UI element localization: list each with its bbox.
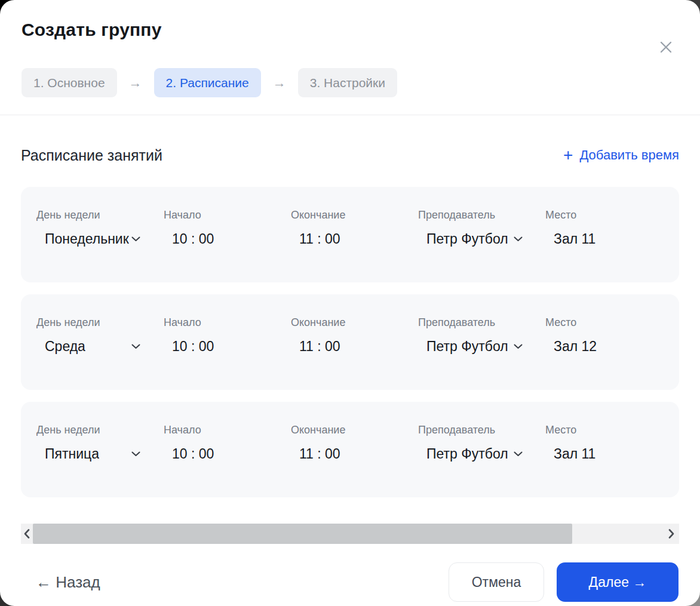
modal-header: Создать группу 1. Основное → 2. Расписан… xyxy=(0,0,700,115)
end-time-input[interactable]: 11 : 00 xyxy=(291,230,418,247)
place-input[interactable]: Зал 11 xyxy=(545,230,664,247)
column-label-start: Начало xyxy=(164,423,291,436)
column-label-day: День недели xyxy=(36,208,164,222)
day-value: Среда xyxy=(45,338,85,355)
column-label-place: Место xyxy=(545,208,664,222)
end-time-input[interactable]: 11 : 00 xyxy=(291,445,418,462)
column-label-teacher: Преподаватель xyxy=(418,208,545,222)
next-button[interactable]: Далее → xyxy=(557,562,678,602)
chevron-down-icon xyxy=(131,451,140,457)
day-select[interactable]: Понедельник xyxy=(36,230,140,247)
start-time-input[interactable]: 10 : 00 xyxy=(164,230,291,247)
modal-body: Расписание занятий + Добавить время День… xyxy=(0,115,700,544)
start-time-input[interactable]: 10 : 00 xyxy=(164,445,291,462)
start-time-input[interactable]: 10 : 00 xyxy=(164,338,291,355)
column-label-place: Место xyxy=(545,316,664,329)
schedule-list: День недели Понедельник Начало 10 : 00 О… xyxy=(21,187,679,497)
place-input[interactable]: Зал 11 xyxy=(545,445,664,462)
teacher-select[interactable]: Петр Футбол xyxy=(418,230,545,247)
teacher-value: Петр Футбол xyxy=(426,230,508,247)
chevron-down-icon xyxy=(131,344,140,349)
column-label-day: День недели xyxy=(36,316,164,329)
close-button[interactable] xyxy=(658,39,674,55)
chevron-down-icon xyxy=(514,344,523,349)
chevron-down-icon xyxy=(131,236,140,242)
teacher-select[interactable]: Петр Футбол xyxy=(418,445,545,462)
column-label-day: День недели xyxy=(36,423,164,436)
place-input[interactable]: Зал 12 xyxy=(545,338,664,355)
column-label-end: Окончание xyxy=(291,423,418,436)
column-label-teacher: Преподаватель xyxy=(418,423,545,436)
scroll-left-button[interactable] xyxy=(21,524,33,544)
step-settings[interactable]: 3. Настройки xyxy=(298,68,397,97)
day-select[interactable]: Пятница xyxy=(36,445,140,462)
section-title: Расписание занятий xyxy=(21,145,162,165)
chevron-down-icon xyxy=(514,236,523,242)
day-value: Пятница xyxy=(45,445,99,462)
scroll-right-button[interactable] xyxy=(664,524,679,544)
modal-footer: ← Назад Отмена Далее → xyxy=(0,544,700,606)
day-value: Понедельник xyxy=(45,230,129,247)
teacher-select[interactable]: Петр Футбол xyxy=(418,338,545,355)
horizontal-scrollbar xyxy=(21,524,679,544)
schedule-row: День недели Среда Начало 10 : 00 Окончан… xyxy=(21,294,679,390)
column-label-start: Начало xyxy=(164,208,291,222)
column-label-place: Место xyxy=(545,423,664,436)
column-label-end: Окончание xyxy=(291,208,418,222)
step-arrow-icon: → xyxy=(129,75,142,91)
back-button[interactable]: ← Назад xyxy=(36,573,100,592)
plus-icon: + xyxy=(563,147,573,164)
column-label-teacher: Преподаватель xyxy=(418,316,545,329)
chevron-down-icon xyxy=(514,451,523,457)
scrollbar-thumb[interactable] xyxy=(33,524,572,544)
day-select[interactable]: Среда xyxy=(36,338,140,355)
close-icon xyxy=(658,39,674,55)
wizard-steps: 1. Основное → 2. Расписание → 3. Настрой… xyxy=(22,68,678,97)
teacher-value: Петр Футбол xyxy=(426,338,508,355)
column-label-end: Окончание xyxy=(291,316,418,329)
step-arrow-icon: → xyxy=(273,75,286,91)
step-schedule[interactable]: 2. Расписание xyxy=(154,68,261,97)
end-time-input[interactable]: 11 : 00 xyxy=(291,338,418,355)
teacher-value: Петр Футбол xyxy=(426,445,508,462)
modal-title: Создать группу xyxy=(22,19,162,41)
scrollbar-track[interactable] xyxy=(33,524,664,544)
schedule-row: День недели Понедельник Начало 10 : 00 О… xyxy=(21,187,679,282)
column-label-start: Начало xyxy=(164,316,291,329)
create-group-modal: Создать группу 1. Основное → 2. Расписан… xyxy=(0,0,700,606)
cancel-button[interactable]: Отмена xyxy=(449,562,544,602)
chevron-right-icon xyxy=(668,529,674,539)
add-time-button[interactable]: + Добавить время xyxy=(563,147,679,164)
chevron-left-icon xyxy=(24,529,30,539)
step-main[interactable]: 1. Основное xyxy=(22,68,117,97)
schedule-row: День недели Пятница Начало 10 : 00 Оконч… xyxy=(21,402,679,497)
